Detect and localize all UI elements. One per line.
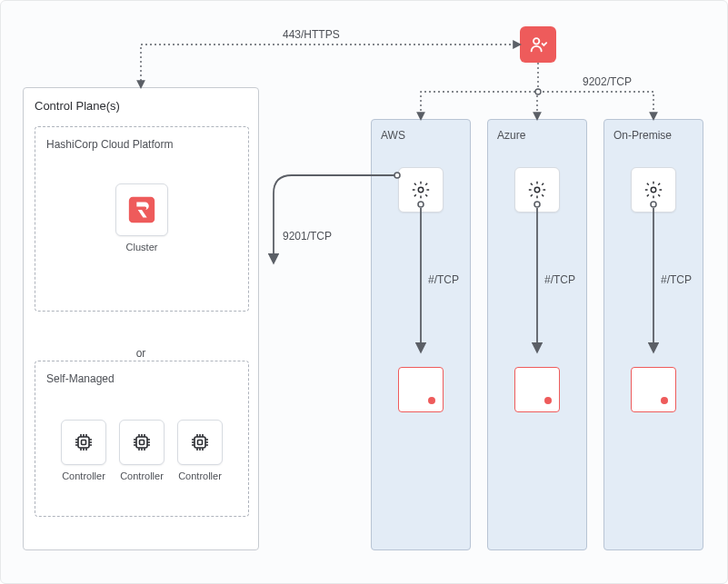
gear-icon [643, 180, 663, 200]
worker-onprem [631, 167, 676, 213]
label-443: 443/HTTPS [283, 28, 340, 41]
boundary-icon [126, 194, 157, 225]
label-9201: 9201/TCP [283, 230, 332, 243]
env-onprem: On-Premise [603, 119, 703, 550]
svg-rect-6 [198, 440, 203, 445]
svg-point-10 [651, 187, 656, 193]
env-azure: Azure [487, 119, 587, 550]
label-9202: 9202/TCP [583, 75, 632, 88]
user-icon [528, 35, 548, 54]
svg-rect-3 [136, 437, 147, 448]
cpu-icon [61, 420, 106, 465]
cpu-icon [119, 420, 165, 465]
or-label: or [35, 347, 247, 360]
hcp-title: HashiCorp Cloud Platform [46, 138, 237, 151]
architecture-diagram: Control Plane(s) HashiCorp Cloud Platfor… [0, 0, 728, 584]
label-tcp-onprem: #/TCP [661, 273, 692, 286]
svg-point-9 [534, 187, 540, 193]
hcp-box: HashiCorp Cloud Platform Cluster [35, 126, 249, 312]
target-onprem [631, 367, 676, 412]
svg-point-8 [418, 187, 424, 193]
svg-rect-5 [194, 437, 205, 448]
worker-aws [398, 167, 444, 213]
control-plane-title: Control Plane(s) [35, 99, 247, 113]
svg-point-7 [534, 38, 539, 44]
worker-azure [514, 167, 560, 213]
gear-icon [411, 180, 431, 200]
cluster-icon-box [115, 183, 168, 236]
target-aws [398, 367, 444, 412]
svg-point-11 [535, 89, 541, 94]
self-managed-title: Self-Managed [46, 372, 237, 385]
env-aws: AWS [371, 119, 471, 550]
controller-2: Controller [177, 420, 223, 481]
label-tcp-azure: #/TCP [544, 273, 575, 286]
env-azure-title: Azure [497, 129, 577, 142]
target-azure [514, 367, 560, 412]
cluster-label: Cluster [126, 242, 158, 252]
cpu-icon [177, 420, 223, 465]
env-aws-title: AWS [381, 129, 461, 142]
svg-rect-4 [140, 440, 145, 445]
gear-icon [527, 180, 547, 200]
svg-rect-1 [78, 437, 89, 448]
controller-0: Controller [61, 420, 106, 481]
controller-1: Controller [119, 420, 165, 481]
self-managed-box: Self-Managed Controller Controller [35, 361, 249, 517]
env-onprem-title: On-Premise [613, 129, 693, 142]
controllers-row: Controller Controller Controller [46, 420, 237, 481]
control-plane-box: Control Plane(s) HashiCorp Cloud Platfor… [23, 87, 259, 550]
svg-rect-2 [82, 440, 86, 445]
label-tcp-aws: #/TCP [428, 273, 459, 286]
user-box [520, 26, 556, 63]
